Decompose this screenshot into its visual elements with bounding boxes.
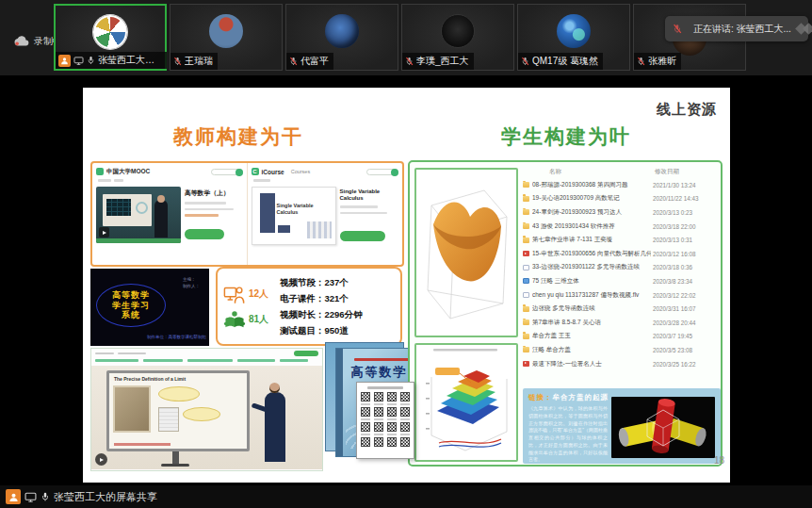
qr-code	[387, 422, 397, 432]
screen-share-bar: 张莹西工大的屏幕共享	[0, 485, 812, 508]
icourse-logo-icon: C	[252, 168, 259, 175]
file-row[interactable]: 24-覃剑涛-2019300923 预习达人2020/3/13 0:23	[523, 205, 721, 220]
icourse-course-title: Single Variable Calculus	[340, 188, 399, 202]
breadcrumb	[253, 179, 399, 184]
link-label: 链接：	[528, 393, 553, 401]
folder-icon	[523, 238, 529, 243]
qr-code	[387, 392, 397, 401]
file-row[interactable]: 最速下降法-一位署名人士2020/3/25 16:22	[523, 357, 721, 371]
stat-value: 237个	[325, 277, 349, 287]
file-row[interactable]: 边张骁 多元导函数连续2020/3/31 16:07	[523, 302, 721, 316]
qr-code	[361, 407, 370, 417]
qr-code	[387, 437, 397, 447]
chapter-links-row	[91, 358, 322, 366]
qr-code	[374, 392, 383, 401]
file-row[interactable]: 第七章作业串讲 7-131 王奕璇2020/3/13 0:31	[523, 233, 721, 247]
lecture-video-frame[interactable]: The Precise Definition of a Limit	[91, 366, 322, 469]
file-row[interactable]: 第7章串讲 8.5-8.7 吴心语2020/3/28 20:44	[523, 316, 721, 330]
video-file-icon	[523, 361, 529, 367]
slide-thumbnail-text: Single Variable Calculus	[277, 203, 322, 215]
text-line	[340, 212, 387, 215]
file-row[interactable]: 08-邢瑞源-2019300368 第四周习题2021/1/30 13:24	[523, 178, 721, 192]
folder-icon	[523, 320, 529, 325]
cloud-recording-icon	[13, 36, 30, 47]
name-column-header[interactable]: 名称	[549, 168, 561, 176]
participant-strip: 录制中 张莹西工大的屏幕...	[0, 0, 812, 75]
course-slide-thumbnail[interactable]: Single Variable Calculus	[252, 187, 336, 245]
participant-tile[interactable]: 王瑞瑞	[170, 4, 283, 71]
learners-count: 81人	[249, 313, 268, 326]
participant-name: 王瑞瑞	[185, 55, 213, 68]
slide-page-number: 18	[714, 455, 724, 466]
qr-code	[374, 407, 383, 417]
host-badge-icon	[58, 55, 71, 67]
diagram-sketch	[158, 407, 179, 432]
file-row[interactable]: 牟合方盖 王玉2020/3/7 19:45	[523, 330, 721, 344]
student-work-panel: 名称 ˆ 修改日期 08-邢瑞源-2019300368 第四周习题2021/1/…	[408, 160, 723, 467]
speech-bubble	[158, 386, 200, 401]
folder-icon	[523, 209, 529, 215]
play-icon[interactable]	[99, 227, 109, 238]
textbook-title: 高等数学	[345, 364, 414, 381]
mooc-site-card: 中国大学MOOC 高等数学（上）	[92, 163, 248, 265]
breadcrumb	[98, 179, 243, 184]
participant-name: QM17级 葛瑰然	[532, 55, 598, 68]
teacher-column-header: 教师构建为干	[173, 123, 303, 150]
date-column-header[interactable]: 修改日期	[655, 168, 679, 176]
screen-share-label: 张莹西工大的屏幕共享	[54, 490, 157, 504]
teacher-computer-icon	[223, 285, 246, 304]
avatar	[441, 14, 475, 48]
participant-name: 张莹西工大的屏幕...	[98, 54, 162, 67]
slide-title: 线上资源	[657, 101, 717, 119]
stat-label: 测试题目：	[280, 325, 325, 336]
participant-tile[interactable]: 张莹西工大的屏幕...	[54, 4, 167, 71]
qr-code	[374, 422, 383, 432]
qr-code	[361, 422, 370, 432]
presentation-screen: The Precise Definition of a Limit	[106, 370, 250, 451]
search-pill[interactable]	[366, 169, 398, 175]
play-icon[interactable]	[95, 453, 107, 466]
participant-tile[interactable]: 代富平	[285, 4, 398, 71]
avatar	[325, 14, 359, 48]
image-file-icon	[523, 278, 529, 284]
qr-code	[387, 407, 397, 417]
course-video-thumbnail[interactable]	[96, 187, 181, 243]
mouhe-description: 《九章算术》中认为，球的体积与外切圆柱体积之比，等于圆面积与外切正方形面积之比。…	[528, 405, 608, 464]
text-line	[185, 214, 219, 217]
avatar	[209, 14, 243, 48]
icourse-nav-item[interactable]: Courses	[291, 169, 310, 174]
student-reading-icon	[223, 310, 246, 329]
participant-tile[interactable]: QM17级 葛瑰然	[517, 4, 630, 71]
mic-muted-icon	[521, 57, 529, 66]
study-system-title: 高等数学 学生学习 系统	[96, 284, 166, 327]
painting-image	[113, 385, 151, 433]
text-line	[185, 208, 234, 211]
file-row[interactable]: 43 游俊 2019301434 软件推荐2020/3/18 22:00	[523, 220, 721, 234]
qr-code	[400, 422, 410, 432]
qr-code	[400, 392, 410, 401]
file-row[interactable]: 75 汪略 三维立体2020/3/8 23:34	[523, 274, 721, 288]
document-file-icon	[523, 265, 529, 270]
participant-name: 张雅昕	[648, 55, 676, 68]
search-icon	[391, 169, 398, 176]
file-row[interactable]: 汪略 牟合方盖2020/3/5 23:08	[523, 343, 721, 357]
stat-value: 950道	[325, 325, 349, 336]
participant-tile[interactable]: 李璞_西工大	[401, 4, 514, 71]
file-row[interactable]: 33-边张骁-2019301122 多元导函数连续2020/3/18 0:36	[523, 261, 721, 275]
mooc-logo-icon	[96, 168, 104, 175]
student-file-list: 名称 ˆ 修改日期 08-邢瑞源-2019300368 第四周习题2021/1/…	[523, 166, 721, 385]
caption-line	[114, 443, 171, 446]
qr-code	[374, 437, 383, 447]
mic-muted-icon	[673, 24, 682, 34]
enroll-button[interactable]	[185, 229, 224, 239]
folder-icon	[523, 334, 529, 339]
file-row[interactable]: 15-申世东-2019300656 向量代数与解析几何2020/3/12 16:…	[523, 247, 721, 261]
builders-count: 12人	[249, 287, 268, 301]
file-row[interactable]: 19-吴心语2019300709 高数笔记2020/11/22 14:43	[523, 192, 721, 206]
enroll-button[interactable]	[340, 231, 385, 241]
meeting-logo-icon	[797, 23, 812, 36]
mouhe-title: 牟合方盖的起源	[553, 393, 609, 401]
mouhefanggai-box: 链接：牟合方盖的起源 《九章算术》中认为，球的体积与外切圆柱体积之比，等于圆面积…	[523, 388, 721, 464]
folder-icon	[523, 306, 529, 312]
file-row[interactable]: chen yu qiu 1131731287 偏导数视频.flv2020/3/1…	[523, 288, 721, 303]
